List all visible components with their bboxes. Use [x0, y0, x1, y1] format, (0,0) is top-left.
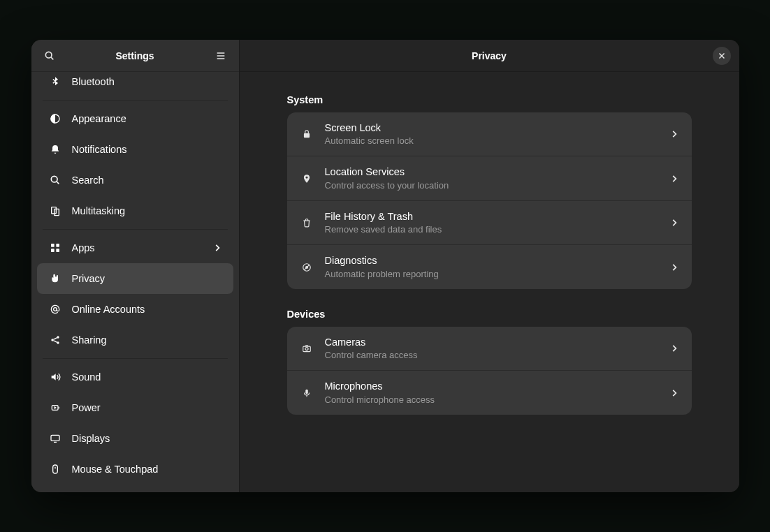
mic-icon [300, 386, 314, 400]
sidebar-item-label: Sound [72, 371, 101, 383]
row-title: Diagnostics [325, 253, 658, 267]
row-subtitle: Remove saved data and files [325, 223, 658, 236]
svg-rect-12 [51, 249, 55, 252]
row-title: Screen Lock [325, 121, 658, 135]
row-microphones[interactable]: MicrophonesControl microphone access [287, 371, 692, 414]
close-button[interactable] [713, 47, 731, 65]
svg-rect-13 [56, 249, 59, 252]
sidebar-item-label: Appearance [72, 113, 126, 124]
card-group: CamerasControl camera accessMicrophonesC… [287, 327, 692, 415]
sidebar-item-online-accounts[interactable]: Online Accounts [37, 294, 233, 325]
sidebar-item-label: Online Accounts [72, 304, 145, 315]
row-title: Location Services [325, 165, 658, 179]
appearance-icon [48, 112, 62, 126]
content-area: SystemScreen LockAutomatic screen lockLo… [240, 72, 739, 492]
chevron-right-icon [669, 343, 679, 353]
main-header: Privacy [240, 40, 739, 72]
row-subtitle: Control microphone access [325, 394, 658, 406]
trash-icon [300, 216, 314, 230]
sidebar-item-notifications[interactable]: Notifications [37, 134, 233, 165]
sidebar-item-bluetooth[interactable]: Bluetooth [37, 72, 233, 97]
sidebar-item-label: Notifications [72, 144, 127, 155]
sidebar-item-label: Mouse & Touchpad [72, 464, 159, 475]
svg-point-27 [305, 177, 307, 179]
svg-rect-10 [51, 244, 55, 247]
camera-icon [300, 341, 314, 355]
sidebar-item-label: Search [72, 175, 104, 186]
settings-window: Settings BluetoothAppearanceNotification… [31, 40, 739, 492]
sidebar-list: BluetoothAppearanceNotificationsSearchMu… [31, 72, 239, 492]
svg-rect-20 [51, 435, 59, 441]
row-diagnostics[interactable]: DiagnosticsAutomatic problem reporting [287, 245, 692, 288]
svg-rect-32 [305, 389, 308, 393]
row-cameras[interactable]: CamerasControl camera access [287, 327, 692, 371]
sidebar-item-privacy[interactable]: Privacy [37, 263, 233, 294]
sidebar-item-sound[interactable]: Sound [37, 362, 233, 392]
row-title: Microphones [325, 379, 658, 393]
section-label: System [287, 94, 692, 105]
sidebar-item-search[interactable]: Search [37, 165, 233, 195]
svg-rect-22 [52, 465, 57, 473]
svg-rect-26 [303, 133, 309, 138]
hamburger-icon [215, 50, 226, 61]
location-icon [300, 172, 314, 186]
grid-icon [48, 241, 62, 255]
sidebar-item-displays[interactable]: Displays [37, 423, 233, 454]
menu-button[interactable] [211, 46, 231, 66]
main-panel: Privacy SystemScreen LockAutomatic scree… [240, 40, 739, 492]
display-icon [48, 431, 62, 445]
sidebar-separator [43, 100, 228, 101]
hand-icon [48, 272, 62, 286]
row-subtitle: Automatic problem reporting [325, 268, 658, 281]
multitask-icon [48, 204, 62, 218]
diag-icon [300, 260, 314, 274]
sidebar-separator [43, 229, 228, 230]
chevron-right-icon [669, 129, 679, 139]
section-label: Devices [287, 309, 692, 320]
chevron-right-icon [669, 388, 679, 398]
row-screen-lock[interactable]: Screen LockAutomatic screen lock [287, 112, 692, 156]
sidebar-item-label: Multitasking [72, 205, 126, 216]
row-subtitle: Automatic screen lock [325, 135, 658, 147]
svg-point-31 [305, 348, 307, 350]
sidebar-title: Settings [59, 50, 211, 61]
bluetooth-icon [48, 75, 62, 89]
sidebar-item-appearance[interactable]: Appearance [37, 103, 233, 134]
sidebar-item-label: Sharing [72, 334, 107, 346]
sidebar-item-label: Bluetooth [72, 76, 115, 87]
chevron-right-icon [669, 174, 679, 184]
bell-icon [48, 142, 62, 156]
row-title: File History & Trash [325, 209, 658, 223]
row-subtitle: Control camera access [325, 349, 658, 362]
svg-rect-11 [56, 244, 59, 247]
search-icon [44, 50, 55, 61]
search-icon [48, 173, 62, 187]
share-icon [48, 333, 62, 347]
svg-point-6 [51, 176, 57, 182]
card-group: Screen LockAutomatic screen lockLocation… [287, 112, 692, 289]
sidebar-header: Settings [31, 40, 239, 72]
row-subtitle: Control access to your location [325, 179, 658, 192]
chevron-right-icon [669, 218, 679, 228]
search-button[interactable] [40, 46, 59, 66]
mouse-icon [48, 462, 62, 476]
close-icon [718, 52, 726, 60]
row-location[interactable]: Location ServicesControl access to your … [287, 156, 692, 200]
lock-icon [300, 127, 314, 141]
sidebar-item-apps[interactable]: Apps [37, 232, 233, 263]
row-file-history[interactable]: File History & TrashRemove saved data an… [287, 201, 692, 245]
sidebar-item-label: Privacy [72, 273, 106, 284]
svg-line-1 [51, 57, 53, 59]
sidebar-item-sharing[interactable]: Sharing [37, 325, 233, 355]
sidebar-item-label: Power [72, 402, 101, 413]
chevron-right-icon [669, 263, 679, 272]
power-icon [48, 401, 62, 415]
sidebar-item-mouse[interactable]: Mouse & Touchpad [37, 454, 233, 485]
svg-point-0 [45, 52, 52, 58]
sidebar-item-label: Displays [72, 433, 110, 444]
speaker-icon [48, 370, 62, 384]
sidebar-item-power[interactable]: Power [37, 392, 233, 423]
sidebar-item-multitasking[interactable]: Multitasking [37, 195, 233, 226]
at-icon [48, 302, 62, 316]
svg-point-14 [53, 308, 57, 311]
